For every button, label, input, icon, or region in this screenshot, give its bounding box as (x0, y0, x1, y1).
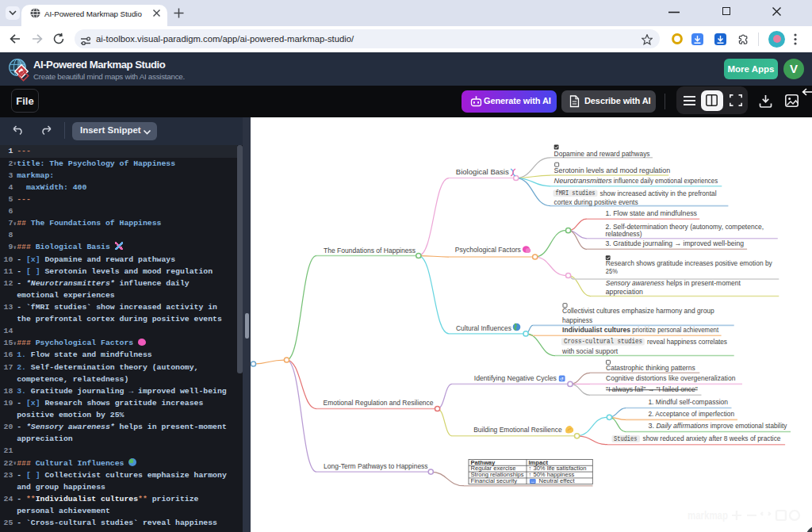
svg-text:The Foundations of Happiness: The Foundations of Happiness (324, 247, 416, 255)
svg-text:Long-Term Pathways to Happines: Long-Term Pathways to Happiness (324, 462, 428, 470)
svg-text:1. Mindful self-compassion: 1. Mindful self-compassion (648, 398, 728, 406)
svg-text:25%: 25% (606, 267, 618, 275)
svg-text:2. Acceptance of imperfection: 2. Acceptance of imperfection (648, 410, 734, 418)
svg-text:cortex during positive events: cortex during positive events (554, 198, 638, 206)
svg-text:Sensory awareness helps in pre: Sensory awareness helps in present-momen… (606, 279, 741, 287)
svg-text:Individualist cultures priorit: Individualist cultures prioritize person… (562, 326, 718, 334)
svg-text:Identifying Negative Cycles: Identifying Negative Cycles (474, 374, 557, 382)
svg-text:Financial security: Financial security (471, 477, 518, 484)
svg-text:relatedness): relatedness) (606, 230, 642, 238)
svg-text:show reduced anxiety after 8 w: show reduced anxiety after 8 weeks of pr… (643, 434, 781, 442)
svg-text:"I always fail" → "I failed on: "I always fail" → "I failed once" (606, 385, 698, 393)
svg-text:Serotonin levels and mood regu: Serotonin levels and mood regulation (554, 166, 671, 174)
svg-text:Collectivist cultures emphasiz: Collectivist cultures emphasize harmony … (562, 307, 714, 315)
svg-text:happiness: happiness (562, 316, 592, 324)
svg-text:3. Gratitude journaling → impr: 3. Gratitude journaling → improved well-… (606, 239, 745, 247)
svg-text:Neutral effect: Neutral effect (539, 477, 576, 484)
svg-text:Cross-cultural studies: Cross-cultural studies (564, 338, 642, 345)
svg-text:markmap: markmap (688, 509, 728, 522)
svg-text:with social support: with social support (561, 347, 618, 355)
svg-text:Cognitive distortions like ove: Cognitive distortions like overgeneraliz… (606, 374, 735, 382)
svg-text:Emotional Regulation and Resil: Emotional Regulation and Resilience (324, 399, 434, 407)
svg-text:3. Daily affirmations improve: 3. Daily affirmations improve emotional … (648, 422, 787, 430)
svg-text:1. Flow state and mindfulness: 1. Flow state and mindfulness (606, 209, 698, 217)
svg-text:reveal happiness correlates: reveal happiness correlates (647, 338, 727, 346)
svg-text:↔: ↔ (530, 479, 535, 484)
svg-text:Studies: Studies (614, 435, 638, 442)
svg-text:Building Emotional Resilience: Building Emotional Resilience (473, 426, 562, 434)
svg-text:Catastrophic thinking patterns: Catastrophic thinking patterns (606, 364, 695, 372)
svg-text:appreciation: appreciation (606, 288, 643, 296)
svg-text:fMRI studies: fMRI studies (556, 189, 596, 197)
svg-text:Research shows gratitude incre: Research shows gratitude increases posit… (606, 259, 772, 267)
svg-text:Dopamine and reward pathways: Dopamine and reward pathways (554, 150, 650, 158)
svg-text:Neurotransmitters influence da: Neurotransmitters influence daily emotio… (554, 177, 718, 185)
svg-text:↺: ↺ (560, 376, 564, 381)
svg-text:show increased activity in the: show increased activity in the prefronta… (600, 189, 717, 197)
svg-text:Biological Basis: Biological Basis (456, 168, 509, 176)
svg-text:Cultural Influences: Cultural Influences (456, 324, 511, 332)
svg-text:Psychological Factors: Psychological Factors (455, 246, 521, 254)
